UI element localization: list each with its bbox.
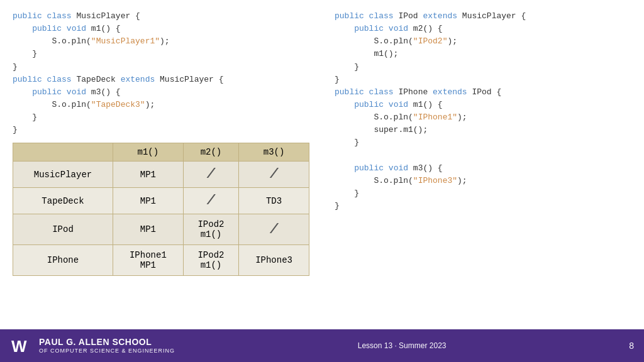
row-m2-iphone: IPod2m1(): [183, 245, 238, 276]
right-code: public class IPod extends MusicPlayer { …: [335, 10, 631, 212]
col-header-m1: m1(): [113, 143, 183, 162]
footer-school-info: PAUL G. ALLEN SCHOOL OF COMPUTER SCIENCE…: [39, 337, 175, 354]
row-m3-musicplayer: /: [239, 162, 309, 188]
svg-text:W: W: [11, 337, 27, 356]
row-m3-tapedeck: TD3: [239, 188, 309, 214]
method-table: m1() m2() m3() MusicPlayer MP1 / / TapeD…: [13, 143, 309, 276]
col-header-class: [13, 143, 113, 162]
row-m1-musicplayer: MP1: [113, 162, 183, 188]
footer-lesson: Lesson 13 · Summer 2023: [182, 341, 621, 350]
row-m3-ipod: /: [239, 214, 309, 245]
school-name: PAUL G. ALLEN SCHOOL: [39, 337, 175, 348]
table-row: IPhone IPhone1MP1 IPod2m1() IPhone3: [13, 245, 309, 276]
col-header-m3: m3(): [239, 143, 309, 162]
row-class-iphone: IPhone: [13, 245, 113, 276]
footer: W PAUL G. ALLEN SCHOOL OF COMPUTER SCIEN…: [0, 329, 644, 362]
row-class-tapedeck: TapeDeck: [13, 188, 113, 214]
row-m3-iphone: IPhone3: [239, 245, 309, 276]
row-m1-ipod: MP1: [113, 214, 183, 245]
table-row: IPod MP1 IPod2m1() /: [13, 214, 309, 245]
row-m2-ipod: IPod2m1(): [183, 214, 238, 245]
uw-logo-icon: W: [10, 334, 33, 357]
left-code: public class MusicPlayer { public void m…: [13, 10, 309, 136]
row-class-musicplayer: MusicPlayer: [13, 162, 113, 188]
right-panel: public class IPod extends MusicPlayer { …: [322, 10, 631, 323]
table-row: MusicPlayer MP1 / /: [13, 162, 309, 188]
footer-logo: W PAUL G. ALLEN SCHOOL OF COMPUTER SCIEN…: [10, 334, 175, 357]
left-panel: public class MusicPlayer { public void m…: [13, 10, 309, 323]
row-class-ipod: IPod: [13, 214, 113, 245]
col-header-m2: m2(): [183, 143, 238, 162]
table-row: TapeDeck MP1 / TD3: [13, 188, 309, 214]
school-sub: OF COMPUTER SCIENCE & ENGINEERING: [39, 348, 175, 354]
main-content: public class MusicPlayer { public void m…: [0, 0, 644, 329]
row-m1-iphone: IPhone1MP1: [113, 245, 183, 276]
footer-page: 8: [629, 341, 634, 351]
row-m2-musicplayer: /: [183, 162, 238, 188]
row-m2-tapedeck: /: [183, 188, 238, 214]
row-m1-tapedeck: MP1: [113, 188, 183, 214]
